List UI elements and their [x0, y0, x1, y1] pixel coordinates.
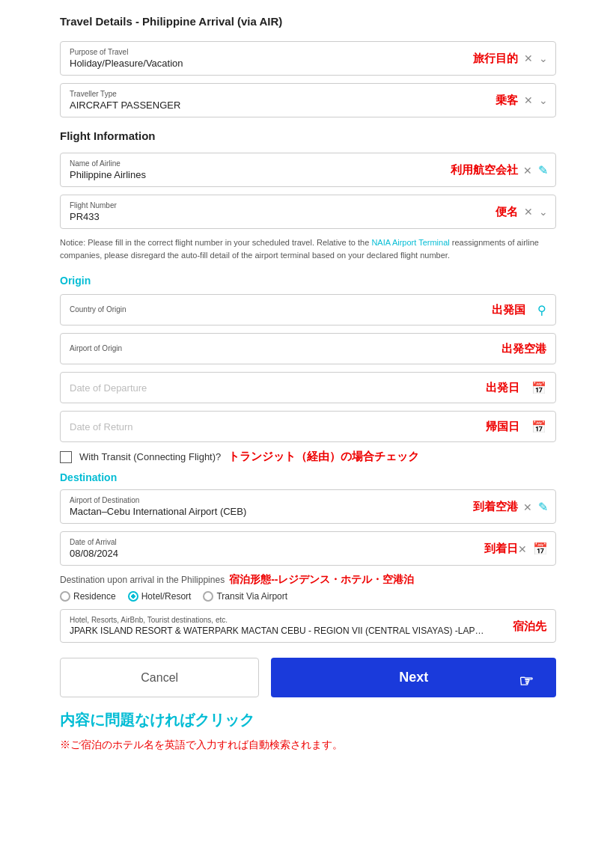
- arrival-date-annotation: 到着日: [484, 542, 518, 556]
- radio-transit-circle[interactable]: [203, 591, 213, 602]
- button-row: Cancel Next ☞: [60, 658, 556, 697]
- airport-dest-icons: ✕ ✎: [523, 500, 548, 514]
- radio-transit-airport[interactable]: Transit Via Airport: [203, 591, 287, 602]
- purpose-annotation: 旅行目的: [473, 52, 518, 66]
- traveller-type-icons: ✕ ⌄: [524, 94, 548, 106]
- flight-number-label: Flight Number: [70, 201, 546, 210]
- hotel-field[interactable]: Hotel, Resorts, AirBnb, Tourist destinat…: [60, 609, 556, 643]
- destination-arrival-section: Destination upon arrival in the Philippi…: [60, 573, 556, 602]
- chevron-down-icon[interactable]: ⌄: [539, 52, 548, 64]
- transit-checkbox[interactable]: [60, 451, 72, 463]
- close-icon[interactable]: ✕: [524, 94, 533, 106]
- radio-residence-circle[interactable]: [60, 591, 70, 602]
- flight-number-annotation: 便名: [495, 205, 518, 219]
- radio-transit-label: Transit Via Airport: [216, 591, 287, 602]
- country-annotation: 出発国: [492, 303, 525, 317]
- traveller-type-label: Traveller Type: [70, 90, 546, 98]
- arrival-date-label: Date of Arrival: [70, 538, 546, 546]
- bottom-note-text: ※ご宿泊のホテル名を英語で入力すれば自動検索されます。: [60, 736, 556, 753]
- transit-row: With Transit (Connecting Flight)? トランジット…: [60, 450, 556, 464]
- traveller-type-field[interactable]: Traveller Type AIRCRAFT PASSENGER 乗客 ✕ ⌄: [60, 83, 556, 117]
- hotel-annotation: 宿泊先: [513, 619, 546, 633]
- flight-number-value: PR433: [70, 211, 546, 222]
- date-of-return-field[interactable]: Date of Return 帰国日 📅: [60, 411, 556, 442]
- radio-hotel-label: Hotel/Resort: [141, 591, 192, 602]
- chevron-down-icon[interactable]: ⌄: [539, 206, 548, 218]
- airport-of-origin-field[interactable]: Airport of Origin 出発空港: [60, 333, 556, 364]
- purpose-icons: ✕ ⌄: [524, 52, 548, 64]
- radio-residence[interactable]: Residence: [60, 591, 116, 602]
- dest-arrival-label: Destination upon arrival in the Philippi…: [60, 575, 225, 585]
- radio-hotel[interactable]: Hotel/Resort: [128, 591, 192, 602]
- calendar-icon-arrival[interactable]: 📅: [533, 542, 548, 556]
- airport-annotation: 出発空港: [501, 342, 546, 356]
- close-icon[interactable]: ✕: [524, 206, 533, 218]
- close-icon[interactable]: ✕: [523, 164, 532, 176]
- flight-notice: Notice: Please fill in the correct fligh…: [60, 236, 556, 261]
- destination-title: Destination: [60, 471, 556, 483]
- close-icon[interactable]: ✕: [518, 542, 527, 554]
- purpose-of-travel-field[interactable]: Purpose of Travel Holiday/Pleasure/Vacat…: [60, 41, 556, 76]
- date-of-departure-field[interactable]: Date of Departure 出発日 📅: [60, 372, 556, 403]
- traveller-type-value: AIRCRAFT PASSENGER: [70, 100, 546, 111]
- departure-placeholder: Date of Departure: [70, 382, 147, 394]
- country-of-origin-label: Country of Origin: [70, 305, 126, 314]
- hotel-label: Hotel, Resorts, AirBnb, Tourist destinat…: [70, 616, 546, 624]
- chevron-down-icon[interactable]: ⌄: [539, 94, 548, 106]
- airline-icons: ✕ ✎: [523, 163, 548, 177]
- airline-annotation: 利用航空会社: [451, 163, 518, 177]
- arrival-date-value: 08/08/2024: [70, 548, 546, 559]
- calendar-icon-return[interactable]: 📅: [531, 420, 546, 434]
- next-label: Next: [399, 670, 428, 685]
- close-icon[interactable]: ✕: [524, 52, 533, 64]
- airport-of-origin-label: Airport of Origin: [70, 344, 122, 352]
- radio-hotel-circle[interactable]: [128, 591, 138, 602]
- page-title: Travel Details - Philippine Arrival (via…: [60, 15, 556, 28]
- edit-icon[interactable]: ✎: [538, 500, 548, 514]
- traveller-type-annotation: 乗客: [495, 94, 518, 108]
- airport-destination-field[interactable]: Airport of Destination Mactan–Cebu Inter…: [60, 489, 556, 524]
- return-placeholder: Date of Return: [70, 421, 133, 432]
- date-of-arrival-field[interactable]: Date of Arrival 08/08/2024 到着日 ✕ 📅: [60, 531, 556, 566]
- edit-icon[interactable]: ✎: [538, 163, 548, 177]
- search-icon[interactable]: ⚲: [537, 303, 546, 317]
- country-of-origin-field[interactable]: Country of Origin 出発国 ⚲: [60, 294, 556, 325]
- origin-title: Origin: [60, 275, 556, 287]
- transit-annotation: トランジット（経由）の場合チェック: [228, 450, 419, 464]
- next-button[interactable]: Next ☞: [271, 658, 556, 697]
- cursor-icon: ☞: [519, 672, 534, 691]
- departure-annotation: 出発日: [486, 381, 519, 395]
- return-annotation: 帰国日: [486, 420, 519, 434]
- cancel-button[interactable]: Cancel: [60, 658, 259, 697]
- calendar-icon[interactable]: 📅: [531, 381, 546, 395]
- airport-dest-annotation: 到着空港: [473, 500, 518, 514]
- airline-field[interactable]: Name of Airline Philippine Airlines 利用航空…: [60, 153, 556, 187]
- dest-arrival-annotation: 宿泊形態--レジデンス・ホテル・空港泊: [229, 573, 414, 587]
- flight-info-title: Flight Information: [60, 129, 556, 142]
- transit-label: With Transit (Connecting Flight)?: [79, 451, 221, 462]
- close-icon[interactable]: ✕: [523, 501, 532, 513]
- radio-options-row: Residence Hotel/Resort Transit Via Airpo…: [60, 591, 556, 602]
- bottom-main-text: 内容に問題なければクリック: [60, 709, 556, 730]
- flight-number-field[interactable]: Flight Number PR433 便名 ✕ ⌄: [60, 195, 556, 229]
- flight-number-icons: ✕ ⌄: [524, 206, 548, 218]
- radio-residence-label: Residence: [73, 591, 116, 602]
- arrival-date-icons: ✕ 📅: [518, 542, 548, 556]
- hotel-value: JPARK ISLAND RESORT & WATERPARK MACTAN C…: [70, 626, 546, 636]
